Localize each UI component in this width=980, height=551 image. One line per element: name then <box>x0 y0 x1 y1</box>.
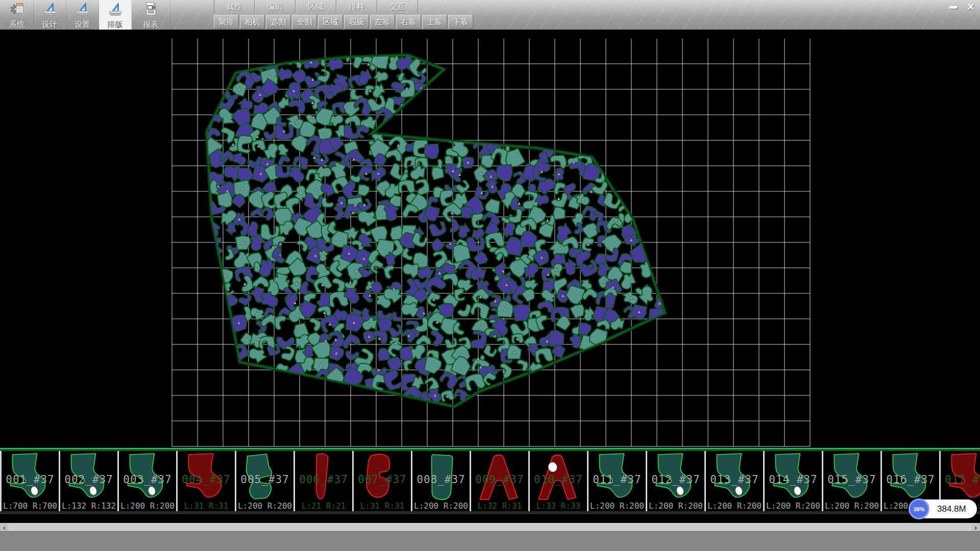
titlebar: 系统设计设置排版报表 属性编辑区域排料交互 聚排相机选割全割区域瑕疵左靠右靠上靠… <box>0 0 980 30</box>
nesting-canvas[interactable] <box>0 30 980 448</box>
action-button-下靠[interactable]: 下靠 <box>448 15 473 29</box>
piece-thumbnail-008_#37[interactable]: 008_#37L:200 R:200 <box>412 451 471 511</box>
menu-tab-交互[interactable]: 交互 <box>377 0 418 14</box>
piece-lr-count: L:200 R:200 <box>119 501 176 511</box>
piece-id-label: 004_#37 <box>178 473 235 486</box>
nested-pieces <box>200 50 667 406</box>
piece-lr-count: L:132 R:132 <box>60 501 117 511</box>
scroll-right-arrow[interactable]: › <box>971 523 980 531</box>
menu-tab-排料[interactable]: 排料 <box>336 0 377 14</box>
memory-badge: 38% 384.8M <box>909 498 977 519</box>
piece-thumbnail-005_#37[interactable]: 005_#37L:200 R:200 <box>236 451 295 511</box>
toolbar-button-设计[interactable]: 设计 <box>34 0 66 30</box>
progress-circle: 38% <box>909 498 929 519</box>
piece-thumbnail-list: 001_#37L:700 R:700002_#37L:132 R:132003_… <box>0 451 980 511</box>
piece-id-label: 013_#37 <box>706 473 763 486</box>
scroll-left-arrow[interactable]: ‹ <box>0 523 9 531</box>
minimize-button[interactable] <box>947 3 960 12</box>
piece-lr-count: L:200 R:200 <box>647 501 704 511</box>
toolbar-button-报表[interactable]: 报表 <box>132 0 170 30</box>
action-button-右靠[interactable]: 右靠 <box>396 15 421 29</box>
piece-id-label: 016_#37 <box>882 473 939 486</box>
application-window: 系统设计设置排版报表 属性编辑区域排料交互 聚排相机选割全割区域瑕疵左靠右靠上靠… <box>0 0 980 551</box>
action-button-聚排[interactable]: 聚排 <box>214 15 239 29</box>
menu-tab-属性[interactable]: 属性 <box>214 0 255 14</box>
piece-lr-count: L:200 R:200 <box>236 501 293 511</box>
piece-thumbnail-006_#37[interactable]: 006_#37L:21 R:21 <box>295 451 354 511</box>
piece-thumbnail-012_#37[interactable]: 012_#37L:200 R:200 <box>647 451 706 511</box>
toolbar-button-系统[interactable]: 系统 <box>1 0 34 30</box>
piece-thumbnail-015_#37[interactable]: 015_#37L:200 R:200 <box>823 451 882 511</box>
ruler-icon <box>42 1 58 19</box>
piece-id-label: 015_#37 <box>823 473 880 486</box>
piece-lr-count: L:200 R:200 <box>823 501 880 511</box>
nesting-layout-svg <box>0 30 980 448</box>
piece-lr-count: L:31 R:31 <box>178 501 235 511</box>
piece-id-label: 017_#37 <box>941 473 980 486</box>
strip-bottom-band <box>0 511 980 514</box>
strip-divider-line <box>0 448 980 449</box>
piece-thumbnail-004_#37[interactable]: 004_#37L:31 R:31 <box>178 451 236 511</box>
piece-lr-count: L:200 R:200 <box>706 501 763 511</box>
piece-lr-count: L:200 R:200 <box>765 501 822 511</box>
action-button-区域[interactable]: 区域 <box>318 15 343 29</box>
piece-thumbnail-014_#37[interactable]: 014_#37L:200 R:200 <box>765 451 823 511</box>
horizontal-scrollbar[interactable]: ‹ › <box>0 523 980 531</box>
piece-lr-count: L:700 R:700 <box>2 501 59 511</box>
piece-id-label: 010_#37 <box>530 473 587 486</box>
piece-id-label: 007_#37 <box>354 473 411 486</box>
piece-thumbnail-010_#37[interactable]: 010_#37L:33 R:33 <box>530 451 589 511</box>
piece-thumbnail-013_#37[interactable]: 013_#37L:200 R:200 <box>706 451 765 511</box>
toolbar-button-排版[interactable]: 排版 <box>99 0 132 30</box>
piece-id-label: 012_#37 <box>647 473 704 486</box>
piece-id-label: 014_#37 <box>765 473 822 486</box>
toolbar-button-label: 排版 <box>108 19 123 30</box>
report-icon <box>143 1 159 19</box>
memory-value: 384.8M <box>937 498 966 519</box>
toolbar-button-label: 系统 <box>10 19 25 30</box>
piece-id-label: 006_#37 <box>295 473 352 486</box>
ruler-icon <box>75 1 91 19</box>
piece-thumbnail-001_#37[interactable]: 001_#37L:700 R:700 <box>2 451 60 511</box>
progress-percent: 38% <box>913 506 924 512</box>
bottom-status-area <box>0 531 980 551</box>
piece-lr-count: L:200 R:200 <box>589 501 646 511</box>
piece-lr-count: L:32 R:31 <box>471 501 528 511</box>
action-button-瑕疵[interactable]: 瑕疵 <box>344 15 369 29</box>
action-button-左靠[interactable]: 左靠 <box>370 15 395 29</box>
window-controls: ✕ <box>947 3 977 12</box>
toolbar-button-label: 设计 <box>42 19 58 30</box>
action-button-全割[interactable]: 全割 <box>292 15 317 29</box>
minimize-icon <box>949 6 958 9</box>
piece-id-label: 003_#37 <box>119 473 176 486</box>
piece-thumbnail-011_#37[interactable]: 011_#37L:200 R:200 <box>589 451 647 511</box>
close-icon: ✕ <box>967 3 974 12</box>
piece-thumbnail-003_#37[interactable]: 003_#37L:200 R:200 <box>119 451 178 511</box>
menu-tab-区域[interactable]: 区域 <box>296 0 336 14</box>
gear-icon <box>9 1 26 19</box>
piece-thumbnail-002_#37[interactable]: 002_#37L:132 R:132 <box>60 451 119 511</box>
piece-id-label: 008_#37 <box>412 473 470 486</box>
action-button-相机[interactable]: 相机 <box>240 15 265 29</box>
piece-lr-count: L:21 R:21 <box>295 501 352 511</box>
piece-lr-count: L:200 R:200 <box>412 501 470 511</box>
toolbar-button-label: 报表 <box>143 19 159 30</box>
ruler-icon <box>107 1 124 19</box>
piece-lr-count: L:33 R:33 <box>530 501 587 511</box>
piece-id-label: 005_#37 <box>236 473 293 486</box>
main-toolbar: 系统设计设置排版报表 <box>1 0 170 30</box>
piece-thumbnail-009_#37[interactable]: 009_#37L:32 R:31 <box>471 451 530 511</box>
piece-thumbnail-007_#37[interactable]: 007_#37L:31 R:31 <box>354 451 412 511</box>
action-button-选割[interactable]: 选割 <box>266 15 291 29</box>
toolbar-button-设置[interactable]: 设置 <box>66 0 99 30</box>
menu-tab-编辑[interactable]: 编辑 <box>255 0 296 14</box>
close-button[interactable]: ✕ <box>965 3 977 12</box>
piece-id-label: 009_#37 <box>471 473 528 486</box>
action-button-上靠[interactable]: 上靠 <box>422 15 447 29</box>
piece-id-label: 001_#37 <box>2 473 59 486</box>
pieces-strip: 001_#37L:700 R:700002_#37L:132 R:132003_… <box>0 448 980 514</box>
piece-lr-count: L:31 R:31 <box>354 501 411 511</box>
menu-tab-bar: 属性编辑区域排料交互 <box>214 0 418 14</box>
piece-id-label: 002_#37 <box>60 473 117 486</box>
action-button-bar: 聚排相机选割全割区域瑕疵左靠右靠上靠下靠 <box>214 15 473 30</box>
